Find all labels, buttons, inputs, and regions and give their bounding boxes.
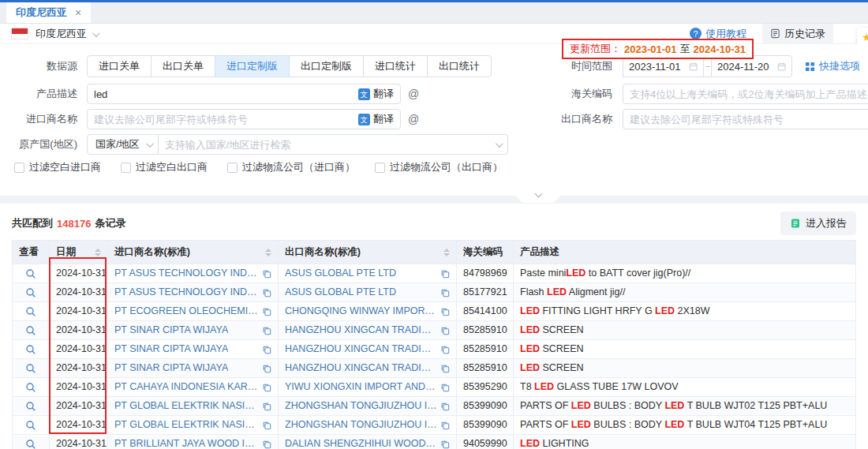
search-icon[interactable] [25,306,36,317]
importer-link[interactable]: PT GLOBAL ELEKTRIK NASIONAL [114,418,259,432]
tab-indonesia[interactable]: 印度尼西亚 [6,2,91,23]
date-end-input[interactable] [717,61,777,73]
copy-icon[interactable] [440,288,450,297]
copy-icon[interactable] [262,421,271,430]
filter-checkbox[interactable]: 过滤物流公司（出口商） [375,160,503,174]
hs-code-input[interactable] [630,88,868,100]
copy-icon[interactable] [262,364,271,373]
search-icon[interactable] [25,344,36,355]
copy-icon[interactable] [440,421,450,430]
filter-checkbox[interactable]: 过滤空白出口商 [121,160,208,174]
sort-icon[interactable] [265,249,271,256]
sort-icon[interactable] [95,249,101,256]
collapse-panel-button[interactable] [509,189,567,203]
search-icon[interactable] [25,382,36,393]
datasource-tab[interactable]: 出口关单 [151,55,215,77]
importer-cell: PT ASUS TECHNOLOGY INDONESIA BA... [108,283,279,302]
importer-link[interactable]: PT ECOGREEN OLEOCHEMICALS [114,305,259,318]
exporter-link[interactable]: ZHONGSHAN TONGJIUZHOU INTERNA... [285,418,437,432]
exporter-link[interactable]: HANGZHOU XINGCAN TRADING CO LTD [285,361,437,375]
search-icon[interactable] [25,439,36,449]
exporter-link[interactable]: YIWU XIONGXIN IMPORT AND EXPORT... [285,380,437,394]
origin-country-select[interactable]: 国家/地区 [87,134,159,155]
enter-report-button[interactable]: 进入报告 [780,211,856,235]
datasource-tab[interactable]: 进口关单 [87,55,152,77]
exact-match-icon[interactable] [408,113,419,125]
checkbox-icon[interactable] [375,163,385,173]
exporter-link[interactable]: ASUS GLOBAL PTE LTD [285,267,396,280]
exporter-link[interactable]: ZHONGSHAN TONGJIUZHOU INTERNA... [285,399,437,413]
importer-link[interactable]: PT SINAR CIPTA WIJAYA [114,324,228,337]
copy-icon[interactable] [440,402,450,411]
importer-link[interactable]: PT GLOBAL ELEKTRIK NASIONAL [114,399,259,413]
importer-link[interactable]: PT ASUS TECHNOLOGY INDONESIA BA... [114,267,259,280]
datasource-tab[interactable]: 出口统计 [427,55,492,77]
filter-checkbox[interactable]: 过滤物流公司（进口商） [227,160,355,174]
quick-options-button[interactable]: 快捷选项 [805,59,860,73]
checkbox-icon[interactable] [227,163,238,173]
copy-icon[interactable] [262,345,271,354]
filter-panel: 更新范围： 2023-01-01 至 2024-10-31 数据源 进口关单出口… [0,44,868,196]
exporter-link[interactable]: HANGZHOU XINGCAN TRADING CO LTD [285,324,437,337]
exporter-name-input[interactable] [630,114,868,125]
filter-checkbox[interactable]: 过滤空白进口商 [14,160,101,174]
copy-icon[interactable] [262,326,271,335]
datasource-tab[interactable]: 出口定制版 [289,55,364,77]
copy-icon[interactable] [262,269,271,279]
column-header[interactable]: 日期 [50,241,108,264]
copy-icon[interactable] [262,402,271,411]
copy-icon[interactable] [440,440,450,449]
importer-link[interactable]: PT SINAR CIPTA WIJAYA [114,342,228,356]
importer-link[interactable]: PT BRILLIANT JAYA WOOD INDUSTRY [114,437,259,449]
copy-icon[interactable] [262,383,271,392]
table-row: 2024-10-31PT GLOBAL ELEKTRIK NASIONALZHO… [13,416,856,435]
datasource-tab[interactable]: 进口统计 [363,55,428,77]
column-header[interactable]: 进口商名称(标准) [108,241,279,264]
copy-icon[interactable] [440,345,450,354]
origin-country-input[interactable] [165,139,496,151]
importer-link[interactable]: PT SINAR CIPTA WIJAYA [114,361,228,375]
product-desc-cell: LED LIGHTING [514,435,856,449]
checkbox-icon[interactable] [14,163,24,173]
date-start-input[interactable] [629,61,689,73]
column-header-label: 进口商名称(标准) [114,245,190,259]
history-button[interactable]: 历史记录 [762,24,833,44]
svg-text:文: 文 [361,116,368,124]
search-icon[interactable] [25,325,36,336]
search-icon[interactable] [25,268,36,279]
search-icon[interactable] [25,287,36,298]
copy-icon[interactable] [262,440,271,449]
copy-icon[interactable] [440,383,450,392]
importer-link[interactable]: PT CAHAYA INDONESIA KARGO [114,380,259,394]
importer-link[interactable]: PT ASUS TECHNOLOGY INDONESIA BA... [114,286,259,299]
quick-options-label: 快捷选项 [819,59,860,73]
product-desc-input[interactable] [94,88,358,100]
datasource-tab[interactable]: 进口定制版 [215,55,290,77]
search-icon[interactable] [25,401,36,412]
copy-icon[interactable] [440,326,450,335]
column-header[interactable]: 出口商名称(标准) [279,241,457,264]
copy-icon[interactable] [440,364,450,373]
sort-icon[interactable] [443,249,450,256]
exporter-link[interactable]: HANGZHOU XINGCAN TRADING CO LTD [285,342,437,356]
exporter-link[interactable]: DALIAN SHENGZHIHUI WOOD INDUST... [285,437,437,449]
translate-button[interactable]: 文 翻译 [358,112,394,126]
search-icon[interactable] [25,420,36,431]
importer-cell: PT SINAR CIPTA WIJAYA [108,340,279,359]
copy-icon[interactable] [440,269,450,279]
translate-button[interactable]: 文 翻译 [358,87,394,101]
exporter-link[interactable]: CHONGQING WINWAY IMPORT AND E... [285,305,437,318]
close-icon[interactable] [75,7,81,18]
search-icon[interactable] [25,363,36,374]
importer-name-input[interactable] [94,114,358,125]
copy-icon[interactable] [440,307,450,316]
country-selector[interactable] [92,28,98,39]
highlighted-keyword: LED [520,324,540,335]
copy-icon[interactable] [262,307,271,316]
copy-icon[interactable] [262,288,271,297]
exporter-link[interactable]: ASUS GLOBAL PTE LTD [285,286,396,299]
product-desc-cell: LED SCREEN [514,359,856,378]
exact-match-icon[interactable] [408,88,419,100]
desc-text: PARTS OF [520,400,571,411]
checkbox-icon[interactable] [121,163,131,173]
